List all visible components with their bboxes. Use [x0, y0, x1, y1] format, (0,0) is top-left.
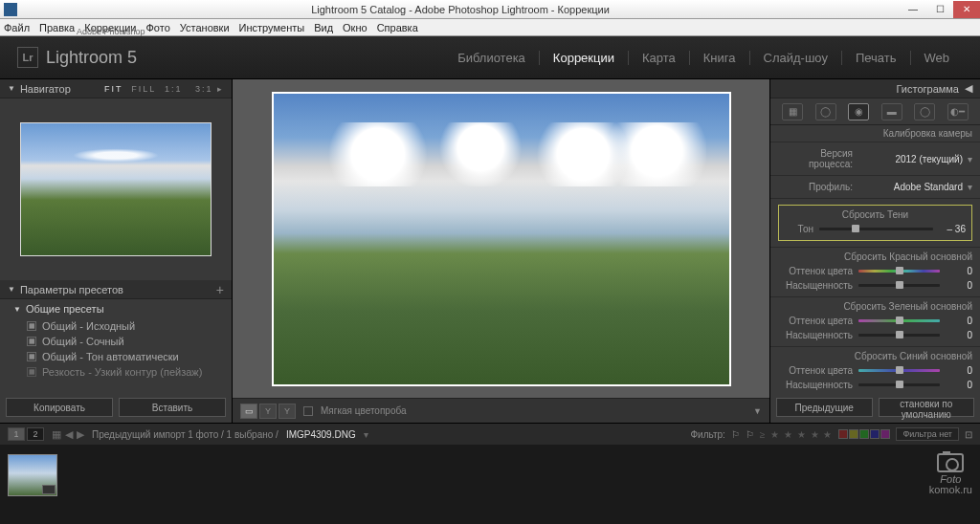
copy-button[interactable]: Копировать — [6, 398, 113, 417]
red-hue-slider[interactable] — [858, 270, 940, 273]
blue-sat-value[interactable]: 0 — [946, 380, 972, 390]
crop-tool-icon[interactable]: ▦ — [782, 103, 803, 120]
menu-tools[interactable]: Инструменты — [239, 22, 305, 33]
maximize-button[interactable]: ☐ — [926, 1, 953, 18]
green-sat-label: Насыщенность — [778, 330, 853, 340]
dropdown-icon[interactable]: ▾ — [364, 429, 368, 440]
gradient-tool-icon[interactable]: ▬ — [881, 103, 902, 120]
histogram-header[interactable]: Гистограмма ◀ — [770, 79, 980, 98]
shadows-highlighted: Сбросить Тени Тон – 36 — [778, 205, 972, 241]
color-red[interactable] — [838, 429, 848, 439]
reset-shadows-label[interactable]: Сбросить Тени — [785, 209, 966, 222]
calibration-header[interactable]: Калибровка камеры — [770, 125, 980, 142]
prev-icon[interactable]: ◀ — [65, 428, 73, 441]
flag-filter-icon[interactable]: ⚐ — [746, 429, 754, 440]
zoom-options[interactable]: FIT FILL 1:1 3:1 ▸ — [104, 84, 224, 94]
preset-category[interactable]: ▼Общие пресеты — [0, 299, 232, 318]
blue-hue-slider[interactable] — [858, 369, 940, 372]
presets-header[interactable]: ▼ Параметры пресетов + — [0, 280, 232, 299]
module-develop[interactable]: Коррекции — [540, 51, 629, 65]
process-dropdown[interactable]: 2012 (текущий) — [858, 154, 972, 164]
navigator-header[interactable]: ▼ Навигатор FIT FILL 1:1 3:1 ▸ — [0, 79, 232, 98]
color-yellow[interactable] — [849, 429, 858, 439]
menu-window[interactable]: Окно — [343, 22, 368, 33]
menu-edit[interactable]: Правка — [39, 22, 75, 33]
before-after-y-button[interactable]: Y — [259, 404, 277, 419]
preset-item[interactable]: ▦Резкость - Узкий контур (пейзаж) — [0, 364, 232, 380]
color-blue[interactable] — [870, 429, 880, 439]
brand-sub: Adobe Photoshop — [77, 27, 145, 36]
color-purple[interactable] — [880, 429, 890, 439]
green-hue-slider[interactable] — [858, 319, 940, 322]
preset-item[interactable]: ▦Общий - Тон автоматически — [0, 349, 232, 364]
tone-value[interactable]: – 36 — [939, 224, 966, 234]
loupe-view-button[interactable]: ▭ — [240, 404, 257, 419]
photo-canvas[interactable] — [233, 79, 769, 398]
paste-button[interactable]: Вставить — [119, 398, 226, 417]
brush-tool-icon[interactable]: ◐━ — [947, 103, 969, 120]
green-sat-slider[interactable] — [858, 334, 940, 337]
module-map[interactable]: Карта — [629, 51, 690, 65]
menu-view[interactable]: Вид — [314, 22, 333, 33]
redeye-tool-icon[interactable]: ◉ — [848, 103, 869, 120]
red-hue-value[interactable]: 0 — [946, 266, 972, 276]
reset-blue-label[interactable]: Сбросить Синий основной — [778, 351, 972, 363]
filmstrip-thumbnail[interactable] — [8, 454, 57, 496]
filter-lock-icon[interactable]: ⊡ — [965, 429, 972, 440]
toolbar-menu-icon[interactable]: ▼ — [753, 406, 762, 416]
softproof-checkbox[interactable] — [303, 406, 313, 416]
reset-defaults-button[interactable]: становки по умолчанию — [879, 398, 975, 417]
color-green[interactable] — [859, 429, 869, 439]
develop-panels: Калибровка камеры Версия процесса: 2012 … — [770, 125, 980, 392]
menu-photo[interactable]: Фото — [146, 22, 170, 33]
camera-icon — [937, 453, 964, 472]
before-after-yy-button[interactable]: Y — [278, 404, 296, 419]
window-title: Lightroom 5 Catalog - Adobe Photoshop Li… — [21, 4, 900, 15]
tone-label: Тон — [785, 224, 813, 234]
presets-list: ▼Общие пресеты ▦Общий - Исходный ▦Общий … — [0, 299, 232, 392]
module-book[interactable]: Книга — [690, 51, 750, 65]
close-button[interactable]: ✕ — [953, 1, 980, 18]
module-web[interactable]: Web — [911, 51, 964, 65]
next-icon[interactable]: ▶ — [77, 428, 84, 441]
green-hue-label: Оттенок цвета — [778, 316, 853, 326]
blue-hue-value[interactable]: 0 — [946, 365, 972, 376]
reset-red-label[interactable]: Сбросить Красный основной — [778, 251, 972, 264]
module-picker: Библиотека Коррекции Карта Книга Слайд-ш… — [444, 51, 963, 65]
star-filter[interactable]: ★ ★ ★ ★ ★ — [770, 429, 833, 440]
filmstrip-thumbs[interactable] — [0, 445, 980, 505]
tone-slider[interactable] — [819, 228, 933, 230]
module-slideshow[interactable]: Слайд-шоу — [750, 51, 842, 65]
red-sat-value[interactable]: 0 — [946, 280, 972, 291]
module-print[interactable]: Печать — [842, 51, 911, 65]
profile-dropdown[interactable]: Adobe Standard — [858, 182, 972, 192]
menu-file[interactable]: Файл — [4, 22, 30, 33]
menu-help[interactable]: Справка — [377, 22, 418, 33]
monitor-2-button[interactable]: 2 — [27, 427, 44, 441]
minimize-button[interactable]: — — [900, 1, 926, 18]
add-preset-icon[interactable]: + — [216, 282, 224, 297]
center-panel: ▭ Y Y Мягкая цветопроба ▼ — [233, 79, 769, 423]
reset-green-label[interactable]: Сбросить Зеленый основной — [778, 301, 972, 314]
grid-icon[interactable]: ▦ — [52, 428, 61, 441]
red-sat-slider[interactable] — [858, 284, 940, 287]
previous-button[interactable]: Предыдущие — [776, 398, 873, 417]
blue-sat-slider[interactable] — [858, 383, 940, 386]
profile-section: Профиль: Adobe Standard — [770, 176, 980, 199]
monitor-1-button[interactable]: 1 — [8, 427, 25, 441]
triangle-icon: ▼ — [8, 84, 15, 93]
filter-off-button[interactable]: Фильтра нет — [896, 427, 959, 441]
preset-item[interactable]: ▦Общий - Сочный — [0, 334, 232, 349]
radial-tool-icon[interactable]: ◯ — [914, 103, 935, 120]
filmstrip-nav: ▦ ◀ ▶ — [52, 428, 84, 441]
green-hue-value[interactable]: 0 — [946, 316, 972, 326]
shadows-section: Сбросить Тени Тон – 36 — [770, 199, 980, 248]
menu-settings[interactable]: Установки — [180, 22, 230, 33]
navigator-preview[interactable] — [0, 98, 232, 280]
spot-tool-icon[interactable]: ◯ — [815, 103, 836, 120]
module-library[interactable]: Библиотека — [444, 51, 540, 65]
left-footer: Копировать Вставить — [0, 392, 232, 423]
green-sat-value[interactable]: 0 — [946, 330, 972, 340]
preset-item[interactable]: ▦Общий - Исходный — [0, 318, 232, 334]
flag-filter-icon[interactable]: ⚐ — [731, 429, 740, 440]
